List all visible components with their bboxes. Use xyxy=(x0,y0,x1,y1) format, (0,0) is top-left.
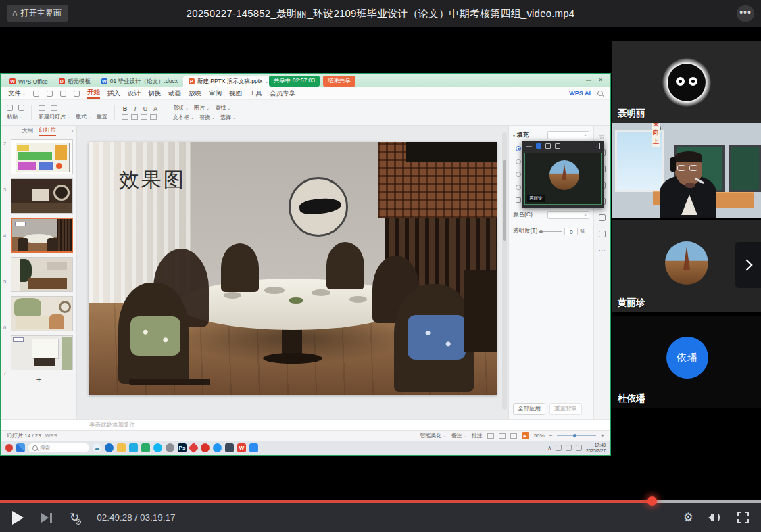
meeting-float-window[interactable]: — → 黄丽珍 xyxy=(522,141,604,208)
zoom-slider[interactable] xyxy=(557,435,596,436)
paste-button[interactable]: 粘贴⌄ xyxy=(7,113,22,120)
zoom-in-button[interactable]: + xyxy=(601,433,604,439)
slides-tab[interactable]: 幻灯片 xyxy=(39,126,56,136)
settings-gear-icon[interactable]: ⚙ xyxy=(683,510,693,525)
docx-document-tab[interactable]: W 01 毕业设计（论文）.docx xyxy=(96,76,183,87)
volume-icon[interactable] xyxy=(711,513,720,522)
fullscreen-icon[interactable] xyxy=(737,512,749,523)
undo-icon[interactable] xyxy=(60,91,66,97)
fill-preset-dropdown[interactable] xyxy=(547,131,589,139)
redo-icon[interactable] xyxy=(74,91,80,97)
recorder-app-icon[interactable] xyxy=(5,444,13,452)
zoom-value[interactable]: 56% xyxy=(534,433,545,439)
find-button[interactable]: 查找⌄ xyxy=(215,104,230,112)
slide-thumb-7[interactable] xyxy=(11,335,73,370)
layout-button[interactable]: 版式⌄ xyxy=(76,113,91,120)
wps-app-tab[interactable]: W WPS Office xyxy=(4,76,53,87)
red-diamond-app-icon[interactable] xyxy=(189,443,199,454)
color-dropdown[interactable] xyxy=(547,211,589,219)
cut-icon[interactable] xyxy=(18,105,24,111)
save-icon[interactable] xyxy=(33,91,39,97)
zoom-out-button[interactable]: − xyxy=(549,433,553,439)
slide-thumb-6[interactable] xyxy=(11,296,73,331)
view-speaker-icon[interactable] xyxy=(545,143,551,149)
participant-tile-2-video[interactable]: 好好学习 天天向上 xyxy=(612,123,761,218)
replace-button[interactable]: 替换⌄ xyxy=(199,114,215,121)
help-icon[interactable] xyxy=(599,214,606,221)
minimize-icon[interactable]: — xyxy=(526,143,532,149)
reset-button[interactable]: 重置 xyxy=(97,113,107,120)
canvas-scrollbar[interactable] xyxy=(502,132,507,410)
slide-thumb-2[interactable] xyxy=(11,139,73,174)
open-main-ui-button[interactable]: ⌂ 打开主界面 xyxy=(7,5,68,22)
play-button[interactable] xyxy=(12,511,24,525)
stop-share-button[interactable]: 结束共享 xyxy=(323,76,355,87)
bold-button[interactable]: B xyxy=(122,105,128,112)
network-tray-icon[interactable] xyxy=(566,445,572,451)
play-order-button[interactable]: ↻ xyxy=(70,512,79,523)
search-icon[interactable] xyxy=(597,91,603,96)
italic-button[interactable]: I xyxy=(132,105,139,112)
outline-tab[interactable]: 大纲 xyxy=(22,127,33,135)
volume-tray-icon[interactable] xyxy=(576,445,582,451)
browser-icon[interactable] xyxy=(166,443,174,452)
edge-browser-icon[interactable] xyxy=(105,443,114,452)
settings-app-icon[interactable] xyxy=(225,443,234,452)
docer-template-tab[interactable]: D 稻壳模板 xyxy=(53,76,96,87)
fill-collapse-icon[interactable]: ▾ xyxy=(513,133,515,138)
notes-area[interactable]: 单击此处添加备注 xyxy=(1,419,610,430)
shape-button[interactable]: 形状⌄ xyxy=(173,104,189,112)
meeting-app-icon[interactable] xyxy=(249,443,258,452)
normal-view-icon[interactable] xyxy=(487,433,494,439)
tray-chevron-icon[interactable]: ∧ xyxy=(547,445,551,451)
view-grid-active-icon[interactable] xyxy=(536,143,541,149)
settings-pane-icon[interactable] xyxy=(599,231,606,237)
align-left-icon[interactable] xyxy=(122,114,128,120)
menu-file[interactable]: 文件⌄ xyxy=(8,89,26,98)
taskbar-search[interactable]: 搜索 xyxy=(28,443,89,452)
next-video-button[interactable] xyxy=(41,513,52,523)
menu-tab-view[interactable]: 视图 xyxy=(229,89,242,98)
beautify-button[interactable]: 智能美化⌄ xyxy=(420,432,447,439)
more-tools-icon[interactable]: ··· xyxy=(599,247,606,254)
slide-thumb-5[interactable] xyxy=(11,257,73,292)
add-slide-button[interactable]: + xyxy=(32,374,46,385)
picture-button[interactable]: 图片⌄ xyxy=(194,104,210,112)
slideshow-play-button[interactable]: ▶ xyxy=(522,432,529,439)
underline-button[interactable]: U xyxy=(142,105,149,112)
current-slide[interactable]: 效果图 xyxy=(89,142,497,395)
bilibili-icon[interactable] xyxy=(129,443,138,452)
wps-app-icon[interactable]: W xyxy=(237,443,246,452)
wechat-icon[interactable] xyxy=(141,443,150,452)
textbox-button[interactable]: 文本框⌄ xyxy=(173,114,194,121)
new-slide-button[interactable]: 新建幻灯片⌄ xyxy=(39,113,70,120)
slide-thumb-4-selected[interactable] xyxy=(11,218,73,253)
menu-tab-home[interactable]: 开始 xyxy=(87,88,100,99)
next-participants-page-button[interactable] xyxy=(735,242,761,288)
file-explorer-icon[interactable] xyxy=(117,443,126,452)
dock-right-icon[interactable]: → xyxy=(593,143,600,149)
mic-tray-icon[interactable] xyxy=(556,445,562,451)
select-button[interactable]: 选择⌄ xyxy=(220,114,236,121)
menu-tab-tools[interactable]: 工具 xyxy=(249,89,262,98)
menu-tab-member[interactable]: 会员专享 xyxy=(270,89,295,98)
participant-tile-1[interactable]: 聂明丽 xyxy=(612,41,761,123)
align-center-icon[interactable] xyxy=(131,114,138,120)
align-right-icon[interactable] xyxy=(141,114,147,120)
more-menu-button[interactable]: ••• xyxy=(737,5,754,22)
favorites-icon[interactable]: ☆ xyxy=(599,132,605,140)
reset-background-button[interactable]: 重置背景 xyxy=(549,403,582,415)
menu-tab-design[interactable]: 设计 xyxy=(128,89,141,98)
tray-clock[interactable]: 17:48 2025/2/27 xyxy=(586,443,606,454)
alpha-slider[interactable] xyxy=(539,231,562,232)
slide-title[interactable]: 效果图 xyxy=(119,166,186,194)
qq-icon[interactable] xyxy=(153,443,162,452)
menu-tab-review[interactable]: 审阅 xyxy=(209,89,222,98)
pptx-active-tab[interactable]: P 新建 PPTX 演示文稿.pptx ⌄ xyxy=(183,76,274,87)
start-button-icon[interactable] xyxy=(16,443,25,452)
wps-ai-button[interactable]: WPS AI xyxy=(569,90,591,97)
cloud-app-icon[interactable] xyxy=(213,443,222,452)
print-icon[interactable] xyxy=(47,91,53,97)
weather-widget-icon[interactable]: ☁ xyxy=(93,443,101,452)
alpha-value-input[interactable]: 0 xyxy=(564,228,578,235)
